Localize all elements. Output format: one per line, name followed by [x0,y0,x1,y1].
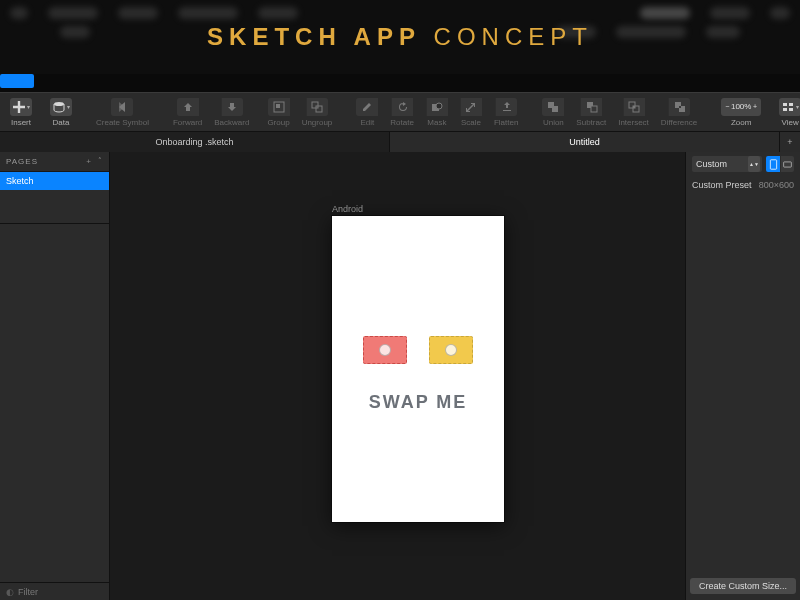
pages-label: PAGES [6,157,38,166]
artboard-android[interactable]: SWAP ME [332,216,504,522]
filter-bar[interactable]: ◐ Filter [0,582,109,600]
document-tabs: Onboarding .sketch Untitled + [0,132,800,152]
insert-button[interactable]: ▾ Insert [4,96,38,129]
forward-button[interactable]: Forward [167,96,208,129]
backward-icon [221,98,243,116]
flatten-button[interactable]: Flatten [488,96,524,129]
zoom-value: 100% [731,102,751,111]
svg-point-6 [436,103,442,109]
hero-title-light: CONCEPT [434,23,593,50]
svg-rect-11 [783,103,787,106]
svg-rect-12 [789,103,793,106]
scale-icon [460,98,482,116]
mask-icon [426,98,448,116]
ungroup-button[interactable]: Ungroup [296,96,339,129]
left-sidebar: PAGES + ˄ Sketch ◐ Filter [0,152,110,600]
edit-button[interactable]: Edit [350,96,384,129]
svg-rect-10 [633,106,635,108]
svg-rect-13 [783,108,787,111]
svg-rect-14 [789,108,793,111]
svg-rect-4 [316,106,322,112]
symbol-icon [111,98,133,116]
subtract-icon [580,98,602,116]
create-custom-size-button[interactable]: Create Custom Size... [690,578,796,594]
rotate-icon [391,98,413,116]
svg-rect-16 [784,161,792,166]
svg-rect-7 [591,106,597,112]
mask-button[interactable]: Mask [420,96,454,129]
orientation-portrait[interactable] [766,156,780,172]
preset-label: Custom Preset [692,180,752,190]
intersect-button[interactable]: Intersect [612,96,655,129]
page-item-sketch[interactable]: Sketch [0,172,109,190]
add-page-icon[interactable]: + [86,157,92,166]
rotate-button[interactable]: Rotate [384,96,420,129]
svg-point-0 [54,102,64,106]
window-strip [0,74,800,92]
union-button[interactable]: Union [536,96,570,129]
orientation-landscape[interactable] [780,156,794,172]
ungroup-icon [306,98,328,116]
svg-rect-15 [770,159,776,168]
inspector: Custom ▲▼ Custom Preset 800×600 Create C… [685,152,800,600]
preset-value: 800×600 [759,180,794,190]
add-tab-button[interactable]: + [780,132,800,152]
backward-button[interactable]: Backward [208,96,255,129]
view-button[interactable]: ▾ View [773,96,800,129]
subtract-button[interactable]: Subtract [570,96,612,129]
hero-title-bold: SKETCH APP [207,23,421,50]
intersect-icon [623,98,645,116]
edit-icon [356,98,378,116]
difference-icon [668,98,690,116]
swap-me-text: SWAP ME [332,392,504,413]
swatch-red[interactable] [363,336,407,364]
union-icon [542,98,564,116]
layers-list[interactable] [0,224,109,582]
svg-rect-3 [312,102,318,108]
view-icon: ▾ [779,98,800,116]
filter-label: Filter [18,587,38,597]
tab-onboarding[interactable]: Onboarding .sketch [0,132,390,152]
artboard-label[interactable]: Android [332,204,363,214]
svg-rect-2 [276,104,280,108]
hero-title: SKETCH APP CONCEPT [207,23,593,51]
forward-icon [177,98,199,116]
collapse-pages-icon[interactable]: ˄ [98,157,103,166]
group-icon [268,98,290,116]
zoom-control[interactable]: −100%+ Zoom [715,96,767,129]
canvas[interactable]: Android SWAP ME [110,152,685,600]
plus-icon: ▾ [10,98,32,116]
swatch-yellow[interactable] [429,336,473,364]
filter-icon: ◐ [6,587,14,597]
scale-button[interactable]: Scale [454,96,488,129]
flatten-icon [495,98,517,116]
active-corner-tab[interactable] [0,74,34,88]
create-symbol-button[interactable]: Create Symbol [90,96,155,129]
group-button[interactable]: Group [261,96,295,129]
select-arrows-icon: ▲▼ [748,156,760,172]
difference-button[interactable]: Difference [655,96,703,129]
data-button[interactable]: ▾ Data [44,96,78,129]
pages-header: PAGES + ˄ [0,152,109,172]
size-preset-select[interactable]: Custom ▲▼ [692,156,762,172]
tab-untitled[interactable]: Untitled [390,132,780,152]
data-icon: ▾ [50,98,72,116]
toolbar: ▾ Insert ▾ Data Create Symbol Forward Ba… [0,92,800,132]
hero-banner: SKETCH APP CONCEPT [0,0,800,74]
